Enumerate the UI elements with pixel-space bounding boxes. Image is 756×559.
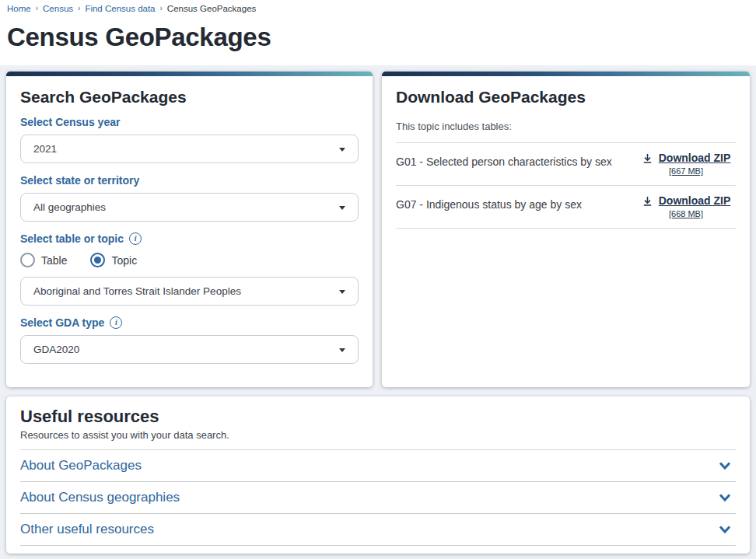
resources-subtitle: Resources to assist you with your data s… xyxy=(20,429,736,441)
useful-resources-card: Useful resources Resources to assist you… xyxy=(6,397,750,554)
search-geopackages-card: Search GeoPackages Select Census year 20… xyxy=(6,72,373,387)
download-icon xyxy=(642,195,653,207)
table-or-topic-label: Select table or topic i xyxy=(20,232,359,245)
accordion-label: Other useful resources xyxy=(20,522,154,537)
download-table: G01 - Selected person characteristics by… xyxy=(396,142,736,229)
state-label-text: Select state or territory xyxy=(20,174,139,187)
caret-down-icon xyxy=(339,206,345,210)
table-name: G07 - Indigenous status by age by sex xyxy=(396,194,582,211)
breadcrumb-link-census[interactable]: Census xyxy=(43,4,73,13)
radio-circle-unchecked xyxy=(20,253,35,267)
download-zip-label: Download ZIP xyxy=(659,194,731,207)
breadcrumb-link-home[interactable]: Home xyxy=(7,4,31,13)
gda-type-value: GDA2020 xyxy=(33,344,79,355)
file-size-link[interactable]: [667 MB] xyxy=(669,166,703,176)
chevron-down-icon xyxy=(719,493,731,502)
caret-down-icon xyxy=(339,348,345,352)
breadcrumb-current: Census GeoPackages xyxy=(167,4,256,13)
census-year-label-text: Select Census year xyxy=(20,116,120,128)
page-title: Census GeoPackages xyxy=(7,23,749,52)
topic-select[interactable]: Aboriginal and Torres Strait Islander Pe… xyxy=(20,277,359,306)
info-icon[interactable]: i xyxy=(129,232,142,245)
state-select[interactable]: All geographies xyxy=(20,193,359,222)
download-geopackages-card: Download GeoPackages This topic includes… xyxy=(382,72,750,387)
radio-table[interactable]: Table xyxy=(20,253,67,267)
chevron-right-icon: › xyxy=(36,4,38,12)
content-area: Search GeoPackages Select Census year 20… xyxy=(0,65,756,559)
accordion-other-useful-resources[interactable]: Other useful resources xyxy=(20,513,736,546)
table-row: G01 - Selected person characteristics by… xyxy=(396,142,736,185)
topic-value: Aboriginal and Torres Strait Islander Pe… xyxy=(33,285,241,297)
gda-type-label-text: Select GDA type xyxy=(20,316,104,329)
download-zip-link[interactable]: Download ZIP xyxy=(642,194,731,207)
accordion-label: About Census geographies xyxy=(20,490,180,505)
chevron-down-icon xyxy=(719,525,731,534)
census-year-select[interactable]: 2021 xyxy=(20,135,359,163)
download-action: Download ZIP [668 MB] xyxy=(636,194,736,218)
chevron-down-icon xyxy=(719,461,731,470)
breadcrumb: Home › Census › Find Census data › Censu… xyxy=(7,4,749,13)
download-action: Download ZIP [667 MB] xyxy=(636,152,736,176)
breadcrumb-link-find-census-data[interactable]: Find Census data xyxy=(85,4,155,13)
table-or-topic-label-text: Select table or topic xyxy=(20,232,124,245)
gda-type-label: Select GDA type i xyxy=(20,316,359,329)
download-zip-label: Download ZIP xyxy=(659,152,731,164)
file-size-link[interactable]: [668 MB] xyxy=(669,209,703,218)
radio-topic[interactable]: Topic xyxy=(90,253,137,267)
gda-type-select[interactable]: GDA2020 xyxy=(20,335,359,364)
radio-topic-label: Topic xyxy=(111,254,137,267)
table-row: G07 - Indigenous status by age by sex Do… xyxy=(396,185,736,229)
caret-down-icon xyxy=(339,148,345,152)
download-intro-text: This topic includes tables: xyxy=(396,121,736,132)
census-year-label: Select Census year xyxy=(20,116,359,128)
caret-down-icon xyxy=(339,290,345,294)
state-value: All geographies xyxy=(33,201,106,213)
download-icon xyxy=(642,152,653,164)
info-icon[interactable]: i xyxy=(110,316,122,329)
table-or-topic-radio-group: Table Topic xyxy=(20,253,359,267)
table-name: G01 - Selected person characteristics by… xyxy=(396,152,612,168)
resources-title: Useful resources xyxy=(20,407,736,427)
accordion-label: About GeoPackages xyxy=(20,458,142,473)
chevron-right-icon: › xyxy=(78,4,80,12)
download-zip-link[interactable]: Download ZIP xyxy=(642,152,731,164)
state-label: Select state or territory xyxy=(20,174,359,187)
radio-circle-checked xyxy=(90,253,105,267)
census-year-value: 2021 xyxy=(33,143,57,155)
download-card-title: Download GeoPackages xyxy=(396,88,736,107)
chevron-right-icon: › xyxy=(160,4,163,12)
accordion-about-census-geographies[interactable]: About Census geographies xyxy=(20,481,736,513)
page-header: Home › Census › Find Census data › Censu… xyxy=(0,0,756,65)
radio-table-label: Table xyxy=(41,254,67,267)
accordion-about-geopackages[interactable]: About GeoPackages xyxy=(20,449,736,481)
search-card-title: Search GeoPackages xyxy=(20,88,359,107)
